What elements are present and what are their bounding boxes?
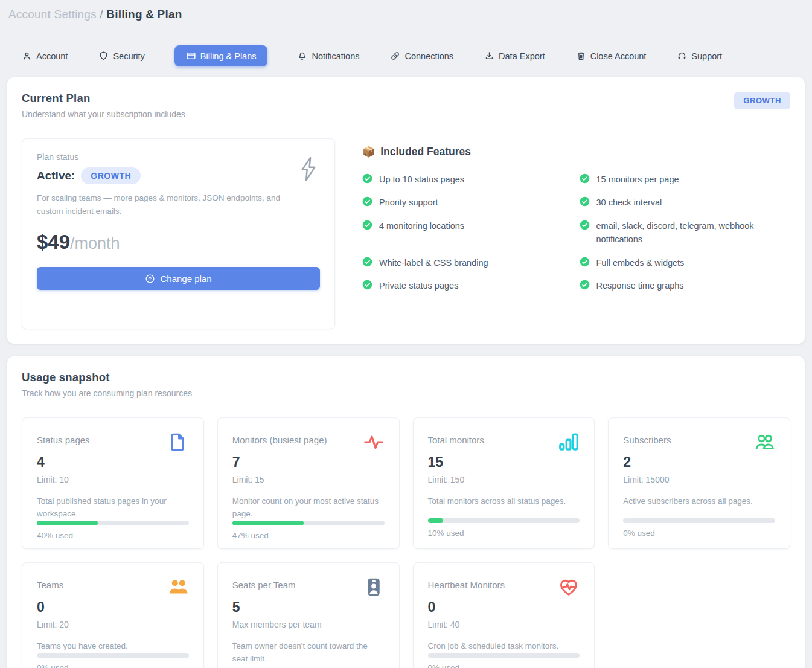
usage-snapshot-section: Usage snapshot Track how you are consumi…: [7, 356, 805, 668]
plan-description: For scaling teams — more pages & monitor…: [37, 191, 284, 217]
usage-card-title: Subscribers: [623, 431, 671, 445]
tab-notifications[interactable]: Notifications: [296, 45, 360, 66]
usage-card-title: Status pages: [37, 431, 90, 445]
pulse-icon: [363, 431, 385, 453]
usage-grid: Status pages 4 Limit: 10 Total published…: [22, 417, 790, 668]
usage-card-value: 7: [232, 454, 385, 470]
usage-card-description: Total monitors across all status pages.: [428, 495, 580, 508]
tab-security[interactable]: Security: [97, 45, 145, 66]
feature-label: email, slack, discord, telegram, webhook…: [596, 219, 788, 246]
settings-tabbar: Account Security Billing & Plans Notific…: [0, 21, 812, 66]
feature-label: Priority support: [379, 196, 438, 209]
progress-bar: [428, 653, 580, 658]
usage-card-description: Active subscribers across all pages.: [623, 495, 775, 508]
usage-card-title: Heartbeat Monitors: [428, 576, 505, 590]
plan-status-badge: GROWTH: [81, 167, 141, 184]
usage-percent-label: 0% used: [428, 663, 580, 668]
download-icon: [484, 51, 494, 61]
feature-label: White-label & CSS branding: [379, 256, 488, 269]
usage-card-title: Seats per Team: [232, 576, 296, 590]
usage-card-monitors-busiest: Monitors (busiest page) 7 Limit: 15 Moni…: [217, 417, 400, 549]
usage-title: Usage snapshot: [22, 371, 790, 384]
feature-item: 30 check interval: [580, 196, 788, 209]
id-badge-icon: [363, 576, 385, 598]
progress-fill: [232, 521, 304, 525]
progress-bar: [232, 521, 385, 525]
feature-item: 15 monitors per page: [580, 173, 788, 186]
heart-pulse-icon: [558, 576, 580, 598]
feature-label: Private status pages: [379, 279, 458, 292]
breadcrumb-section[interactable]: Account Settings: [8, 8, 97, 21]
feature-label: 4 monitoring locations: [379, 219, 464, 233]
check-circle-icon: [580, 173, 590, 184]
credit-card-icon: [186, 51, 196, 61]
plan-price: $49/month: [37, 231, 320, 254]
tab-connections[interactable]: Connections: [389, 45, 455, 66]
usage-card-value: 5: [232, 599, 385, 615]
usage-card-limit: Max members per team: [232, 620, 385, 629]
feature-grid: Up to 10 status pages 15 monitors per pa…: [362, 173, 790, 293]
usage-card-limit: Limit: 40: [428, 620, 580, 629]
people-filled-icon: [167, 576, 189, 598]
usage-card-title: Monitors (busiest page): [232, 431, 327, 445]
tab-close-account[interactable]: Close Account: [575, 45, 648, 66]
tab-account[interactable]: Account: [21, 45, 69, 66]
usage-card-description: Teams you have created.: [37, 640, 189, 653]
tab-label: Billing & Plans: [200, 51, 257, 61]
progress-fill: [428, 518, 443, 523]
usage-card-heartbeat-monitors: Heartbeat Monitors 0 Limit: 40 Cron job …: [413, 562, 595, 668]
check-circle-icon: [362, 173, 372, 184]
usage-card-description: Monitor count on your most active status…: [232, 495, 385, 521]
feature-item: 4 monitoring locations: [362, 219, 571, 246]
change-plan-button[interactable]: Change plan: [37, 267, 320, 290]
current-plan-title: Current Plan: [22, 92, 185, 105]
usage-card-value: 15: [428, 454, 580, 470]
plan-status-value: Active:: [37, 169, 75, 182]
feature-item: Up to 10 status pages: [362, 173, 571, 186]
progress-bar: [37, 653, 189, 658]
feature-label: Up to 10 status pages: [379, 173, 464, 186]
usage-card-value: 2: [623, 454, 775, 470]
tab-billing-plans[interactable]: Billing & Plans: [174, 45, 268, 66]
usage-percent-label: 40% used: [37, 531, 189, 540]
progress-fill: [37, 521, 98, 525]
tab-support[interactable]: Support: [676, 45, 723, 66]
breadcrumb: Account Settings / Billing & Plan: [0, 0, 812, 21]
feature-label: Response time graphs: [596, 279, 684, 292]
feature-label: 30 check interval: [596, 196, 662, 209]
tab-label: Close Account: [590, 51, 647, 61]
usage-card-limit: Limit: 15: [232, 475, 385, 484]
usage-card-total-monitors: Total monitors 15 Limit: 150 Total monit…: [413, 417, 595, 549]
usage-percent-label: 10% used: [428, 528, 580, 538]
plan-summary-card: Plan status Active: GROWTH For scaling t…: [22, 138, 335, 329]
usage-card-limit: Limit: 150: [428, 475, 580, 484]
package-icon: 📦: [362, 146, 375, 158]
usage-percent-label: 0% used: [37, 663, 189, 668]
usage-card-status-pages: Status pages 4 Limit: 10 Total published…: [22, 417, 204, 549]
check-circle-icon: [580, 280, 590, 290]
bell-icon: [297, 51, 307, 61]
usage-percent-label: 47% used: [232, 531, 385, 540]
tab-data-export[interactable]: Data Export: [483, 45, 546, 66]
plan-tier-badge: GROWTH: [734, 92, 790, 109]
feature-item: Priority support: [362, 196, 571, 209]
progress-bar: [37, 521, 189, 525]
feature-item: Full embeds & widgets: [580, 256, 788, 269]
feature-item: Response time graphs: [580, 279, 788, 292]
plan-price-period: /month: [70, 234, 120, 252]
headphones-icon: [677, 51, 687, 61]
check-circle-icon: [362, 280, 372, 290]
tab-label: Support: [691, 51, 722, 61]
trash-icon: [576, 51, 586, 61]
check-circle-icon: [362, 220, 372, 230]
link-icon: [390, 51, 400, 61]
breadcrumb-separator: /: [100, 8, 103, 21]
progress-bar: [623, 518, 775, 523]
progress-bar: [428, 518, 580, 523]
tab-label: Account: [36, 51, 68, 61]
usage-card-teams: Teams 0 Limit: 20 Teams you have created…: [22, 562, 204, 668]
tab-label: Connections: [404, 51, 453, 61]
check-circle-icon: [580, 220, 590, 230]
feature-item: Private status pages: [362, 279, 571, 292]
bar-chart-icon: [558, 431, 580, 453]
